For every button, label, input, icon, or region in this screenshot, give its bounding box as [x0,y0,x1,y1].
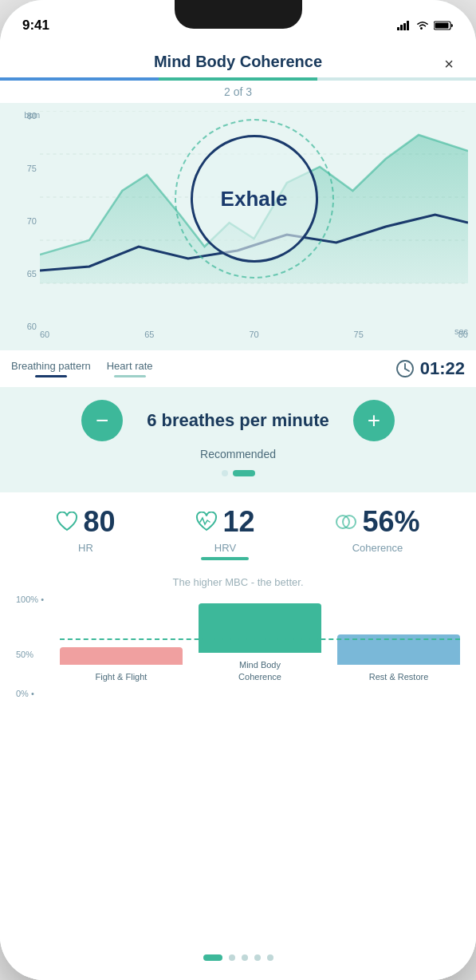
fifty-percent-line [60,638,460,640]
increase-button[interactable]: + [353,400,395,441]
progress-segment-2 [159,77,317,81]
header: Mind Body Coherence × [0,40,476,77]
chart-section: bpm 80 75 70 65 60 [0,103,476,350]
bottom-dot-5[interactable] [267,954,273,961]
coherence-label: Coherence [352,542,403,554]
x-label-70: 70 [249,330,258,339]
progress-bar [0,77,476,81]
y-axis: bpm 80 75 70 65 60 [8,111,40,350]
x-label-65: 65 [144,330,154,339]
bar-y-100: 100% • [16,595,44,604]
chart-area: Exhale sec 60 65 70 75 80 [40,111,468,350]
bottom-dots [0,948,476,980]
bottom-dot-4[interactable] [254,954,261,961]
phone-frame: 9:41 Mind Body Coherence [0,0,476,980]
heart-legend-label: Heart rate [107,360,153,372]
bar-mbc: Mind BodyCoherence [199,603,321,682]
dot-2-active [233,470,255,476]
bar-chart: 100% • 50% 0% • Fight & Flight [16,595,460,698]
fight-flight-bar [60,647,183,665]
coherence-stat: 56% Coherence [335,505,419,554]
breathing-legend-label: Breathing pattern [11,360,91,372]
inner-circle: Exhale [191,135,318,263]
progress-label: 2 of 3 [0,85,476,98]
mbc-bar [199,603,321,653]
breathing-legend-line [35,375,67,377]
bars-hint: The higher MBC - the better. [16,576,460,588]
wifi-icon [416,21,429,30]
controls-dots [222,470,255,476]
stats-row: 80 HR 12 HRV [16,505,460,560]
stats-section: 80 HR 12 HRV [0,492,476,570]
hr-value: 80 [83,505,115,539]
signal-icon [397,21,411,30]
hr-stat: 80 HR [56,505,115,554]
bar-y-0: 0% • [16,689,44,698]
x-axis: 60 65 70 75 80 [40,326,468,339]
y-label-75: 75 [8,164,37,173]
heart-icon [56,512,78,532]
coherence-value: 56% [362,505,419,539]
legend-items: Breathing pattern Heart rate [11,360,153,377]
progress-segment-3 [317,77,476,81]
app-content: Mind Body Coherence × 2 of 3 bpm 80 75 7… [0,40,476,980]
hrv-bar [201,557,249,560]
decrease-button[interactable]: − [81,400,123,441]
hrv-stat-top: 12 [195,505,254,539]
close-button[interactable]: × [438,53,460,75]
chart-wrapper: bpm 80 75 70 65 60 [8,111,468,350]
timer: 01:22 [396,358,465,379]
dot-1 [222,470,228,476]
notch [175,0,302,29]
header-title: Mind Body Coherence [154,53,322,71]
status-time: 9:41 [22,18,49,34]
x-unit-label: sec [454,326,468,336]
hrv-stat: 12 HRV [195,505,254,560]
battery-icon [434,21,454,30]
bottom-dot-3[interactable] [242,954,248,961]
progress-segment-1 [0,77,159,81]
timer-value: 01:22 [420,358,465,379]
controls-section: − 6 breathes per minute + Recommended [0,387,476,492]
status-icons [397,21,454,30]
svg-rect-0 [397,27,399,30]
recommended-label: Recommended [200,448,276,460]
svg-rect-2 [403,23,406,30]
legend-breathing: Breathing pattern [11,360,91,377]
hrv-label: HRV [214,542,236,554]
x-label-60: 60 [40,330,49,339]
bar-chart-inner: Fight & Flight Mind BodyCoherence Rest &… [60,595,460,682]
fight-flight-label: Fight & Flight [96,671,148,682]
rest-restore-label: Rest & Restore [369,671,429,682]
bottom-dot-1[interactable] [203,954,222,961]
svg-rect-1 [400,25,403,30]
hrv-value: 12 [222,505,254,539]
bar-y-50: 50% [16,650,44,659]
svg-line-13 [405,369,409,371]
mbc-label: Mind BodyCoherence [238,659,281,682]
breathing-state-text: Exhale [221,187,288,211]
coherence-icon [335,512,357,532]
breathe-controls: − 6 breathes per minute + [16,400,460,441]
y-label-70: 70 [8,216,37,226]
bar-y-labels: 100% • 50% 0% • [16,595,44,698]
y-label-60: 60 [8,322,37,331]
hr-label: HR [78,542,93,554]
legend-heart: Heart rate [107,360,153,377]
hr-stat-top: 80 [56,505,115,539]
bottom-dot-2[interactable] [229,954,235,961]
svg-rect-5 [435,23,449,29]
breathe-rate: 6 breathes per minute [147,410,329,431]
clock-icon [396,360,414,377]
legend-row: Breathing pattern Heart rate 01:22 [0,350,476,387]
heart-legend-line [114,375,146,377]
x-label-75: 75 [354,330,364,339]
hrv-heart-icon [195,512,218,532]
y-unit-label: bpm [25,111,40,120]
coherence-stat-top: 56% [335,505,419,539]
bars-section: The higher MBC - the better. 100% • 50% … [0,570,476,948]
breathing-circle: Exhale [175,119,334,279]
y-label-65: 65 [8,269,37,279]
progress-section: 2 of 3 [0,77,476,103]
bar-rest-restore: Rest & Restore [337,634,460,682]
